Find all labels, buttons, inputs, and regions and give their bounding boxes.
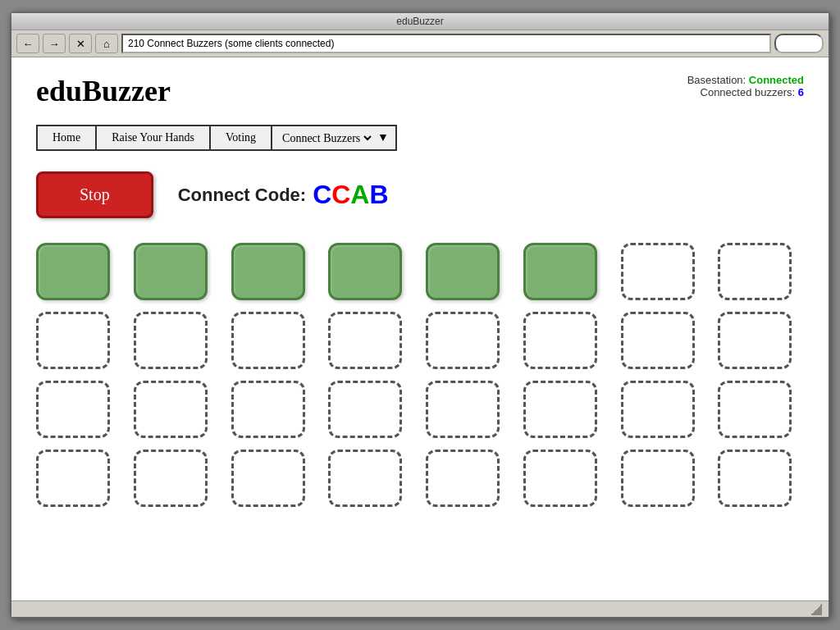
buzzer-cell[interactable] <box>523 381 597 438</box>
connected-buzzers-count: 6 <box>798 86 804 98</box>
buzzer-cell[interactable] <box>426 381 500 438</box>
buzzer-cell[interactable] <box>621 312 695 369</box>
app-title: eduBuzzer <box>36 74 171 108</box>
buzzer-cell[interactable] <box>621 243 695 300</box>
buzzer-cell[interactable] <box>718 243 792 300</box>
connect-buzzers-select[interactable]: Connect Buzzers Option 2 Option 3 <box>279 131 374 145</box>
buzzer-cell[interactable] <box>134 243 208 300</box>
buzzer-cell[interactable] <box>231 381 305 438</box>
tab-voting[interactable]: Voting <box>211 126 272 149</box>
buzzer-cell[interactable] <box>134 450 208 507</box>
connected-buzzers-label: Connected buzzers: <box>701 86 796 98</box>
buzzer-cell[interactable] <box>231 450 305 507</box>
connect-section: Stop Connect Code: CCAB <box>36 171 804 218</box>
buzzer-cell[interactable] <box>426 243 500 300</box>
browser-window: eduBuzzer ← → ✕ ⌂ eduBuzzer Basestation:… <box>10 11 830 619</box>
code-c1: C <box>313 180 331 209</box>
tab-connect-buzzers[interactable]: Connect Buzzers Option 2 Option 3 ▼ <box>272 126 395 149</box>
connect-code-area: Connect Code: CCAB <box>178 180 389 210</box>
buzzer-cell[interactable] <box>328 312 402 369</box>
browser-bottom <box>11 600 829 617</box>
buzzer-grid <box>36 243 804 507</box>
basestation-status-line: Basestation: Connected <box>687 74 804 86</box>
basestation-label: Basestation: <box>687 74 746 86</box>
status-panel: Basestation: Connected Connected buzzers… <box>687 74 804 98</box>
close-button[interactable]: ✕ <box>69 34 92 53</box>
buzzer-cell[interactable] <box>718 312 792 369</box>
buzzer-cell[interactable] <box>134 381 208 438</box>
search-box[interactable] <box>774 34 824 53</box>
back-button[interactable]: ← <box>16 34 39 53</box>
code-a: A <box>350 180 369 209</box>
buzzer-cell[interactable] <box>231 312 305 369</box>
tab-home[interactable]: Home <box>38 126 97 149</box>
buzzer-cell[interactable] <box>523 312 597 369</box>
buzzer-cell[interactable] <box>621 381 695 438</box>
code-c2: C <box>331 180 350 209</box>
tab-raise-hands[interactable]: Raise Your Hands <box>97 126 211 149</box>
page-content: eduBuzzer Basestation: Connected Connect… <box>11 57 829 600</box>
buzzer-cell[interactable] <box>621 450 695 507</box>
buzzer-cell[interactable] <box>36 450 110 507</box>
resize-handle[interactable] <box>810 604 822 615</box>
toolbar: ← → ✕ ⌂ <box>11 30 829 57</box>
code-b: B <box>369 180 388 209</box>
buzzer-cell[interactable] <box>523 243 597 300</box>
connect-code-label: Connect Code: <box>178 185 306 206</box>
app-header: eduBuzzer Basestation: Connected Connect… <box>36 74 804 108</box>
buzzer-cell[interactable] <box>231 243 305 300</box>
buzzer-cell[interactable] <box>328 243 402 300</box>
buzzer-cell[interactable] <box>718 450 792 507</box>
basestation-status: Connected <box>749 74 804 86</box>
connected-buzzers-line: Connected buzzers: 6 <box>687 86 804 98</box>
buzzer-cell[interactable] <box>718 381 792 438</box>
buzzer-cell[interactable] <box>523 450 597 507</box>
title-bar: eduBuzzer <box>11 13 829 30</box>
nav-tabs: Home Raise Your Hands Voting Connect Buz… <box>36 125 397 151</box>
buzzer-cell[interactable] <box>36 243 110 300</box>
buzzer-cell[interactable] <box>426 312 500 369</box>
home-button[interactable]: ⌂ <box>95 34 118 53</box>
dropdown-arrow-icon: ▼ <box>377 131 389 144</box>
buzzer-cell[interactable] <box>36 381 110 438</box>
stop-button[interactable]: Stop <box>36 171 153 218</box>
buzzer-cell[interactable] <box>328 450 402 507</box>
address-bar[interactable] <box>121 34 771 53</box>
forward-button[interactable]: → <box>43 34 66 53</box>
browser-title: eduBuzzer <box>396 16 443 27</box>
buzzer-cell[interactable] <box>134 312 208 369</box>
buzzer-cell[interactable] <box>426 450 500 507</box>
buzzer-cell[interactable] <box>328 381 402 438</box>
buzzer-cell[interactable] <box>36 312 110 369</box>
